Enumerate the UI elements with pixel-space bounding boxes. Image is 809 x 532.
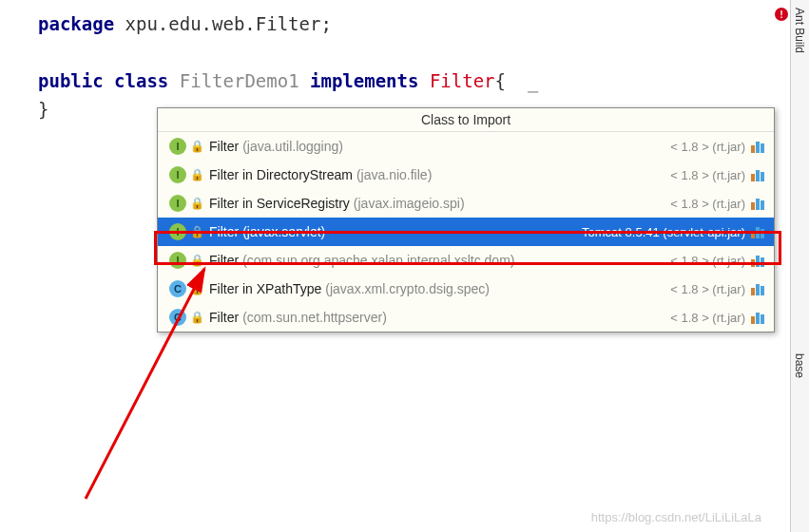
library-icon	[751, 197, 766, 210]
item-name: Filter	[209, 310, 239, 325]
item-detail: (javax.servlet)	[242, 224, 325, 239]
popup-list: I 🔒 Filter (java.util.logging) < 1.8 > (…	[158, 132, 774, 332]
item-main: Filter (javax.servlet)	[209, 224, 582, 239]
keyword-public: public	[38, 70, 104, 91]
lock-icon: 🔒	[190, 140, 204, 153]
item-main: Filter (com.sun.net.httpserver)	[209, 310, 670, 325]
item-right: < 1.8 > (rt.jar)	[670, 311, 745, 325]
code-line-class: public class FilterDemo1 implements Filt…	[38, 66, 809, 95]
toolwindow-tab-base[interactable]: base	[791, 346, 808, 386]
package-name: xpu.edu.web.Filter	[125, 13, 321, 34]
item-right: < 1.8 > (rt.jar)	[670, 197, 745, 211]
close-brace: }	[38, 99, 48, 120]
interface-icon: I	[169, 252, 186, 269]
interface-name-error: Filter	[430, 70, 495, 91]
item-right: < 1.8 > (rt.jar)	[670, 140, 745, 154]
icon-group: I 🔒	[162, 252, 209, 269]
code-line-package: package xpu.edu.web.Filter;	[38, 10, 809, 38]
popup-item[interactable]: I 🔒 Filter in ServiceRegistry (javax.ima…	[158, 189, 774, 218]
class-icon: C	[169, 280, 186, 297]
lock-icon: 🔒	[190, 254, 204, 267]
lock-icon: 🔒	[190, 311, 204, 324]
item-main: Filter (com.sun.org.apache.xalan.interna…	[209, 253, 670, 268]
library-icon	[751, 225, 766, 238]
icon-group: C 🔒	[162, 309, 209, 326]
icon-group: I 🔒	[162, 166, 209, 183]
library-icon	[751, 282, 766, 295]
code-line-blank	[38, 38, 809, 66]
class-icon: C	[169, 309, 186, 326]
library-icon	[751, 311, 766, 324]
cursor: _	[528, 70, 538, 93]
toolwindow-tab-antbuild[interactable]: Ant Build	[791, 0, 808, 61]
interface-icon: I	[169, 223, 186, 240]
popup-item[interactable]: I 🔒 Filter (com.sun.org.apache.xalan.int…	[158, 246, 774, 275]
item-main: Filter in DirectoryStream (java.nio.file…	[209, 167, 670, 182]
popup-item[interactable]: C 🔒 Filter in XPathType (javax.xml.crypt…	[158, 275, 774, 303]
item-detail: (com.sun.net.httpserver)	[242, 310, 387, 325]
item-name: Filter in DirectoryStream	[209, 167, 353, 182]
popup-item[interactable]: C 🔒 Filter (com.sun.net.httpserver) < 1.…	[158, 303, 774, 332]
item-name: Filter in XPathType	[209, 281, 321, 296]
item-main: Filter in ServiceRegistry (javax.imageio…	[209, 196, 670, 211]
item-name: Filter	[209, 253, 239, 268]
interface-icon: I	[169, 166, 186, 183]
lock-icon: 🔒	[190, 197, 204, 210]
keyword-implements: implements	[310, 70, 418, 91]
open-brace: {	[495, 70, 506, 91]
icon-group: I 🔒	[162, 195, 209, 212]
item-detail: (javax.imageio.spi)	[354, 196, 465, 211]
class-name: FilterDemo1	[180, 70, 299, 91]
watermark-text: https://blog.csdn.net/LiLiLiLaLa	[591, 510, 761, 524]
error-indicator-icon[interactable]: !	[775, 8, 788, 21]
keyword-class: class	[114, 70, 168, 91]
item-name: Filter	[209, 139, 239, 154]
item-name: Filter	[209, 224, 239, 239]
semicolon: ;	[320, 13, 331, 34]
library-icon	[751, 254, 766, 267]
icon-group: I 🔒	[162, 223, 209, 240]
item-main: Filter (java.util.logging)	[209, 139, 670, 154]
item-name: Filter in ServiceRegistry	[209, 196, 350, 211]
item-detail: (java.util.logging)	[242, 139, 343, 154]
popup-item[interactable]: I 🔒 Filter (java.util.logging) < 1.8 > (…	[158, 132, 774, 161]
popup-item-selected[interactable]: I 🔒 Filter (javax.servlet) Tomcat 8.5.41…	[158, 218, 774, 246]
icon-group: I 🔒	[162, 138, 209, 155]
item-right: < 1.8 > (rt.jar)	[670, 254, 745, 268]
icon-group: C 🔒	[162, 280, 209, 297]
lock-icon: 🔒	[190, 282, 204, 295]
item-right: Tomcat 8.5.41 (servlet-api.jar)	[582, 225, 745, 239]
popup-item[interactable]: I 🔒 Filter in DirectoryStream (java.nio.…	[158, 161, 774, 189]
keyword-package: package	[38, 13, 114, 34]
interface-icon: I	[169, 195, 186, 212]
interface-icon: I	[169, 138, 186, 155]
popup-title: Class to Import	[158, 108, 774, 132]
right-toolwindow-bar: Ant Build base	[790, 0, 809, 532]
item-detail: (javax.xml.crypto.dsig.spec)	[325, 281, 490, 296]
library-icon	[751, 140, 766, 153]
import-popup: Class to Import I 🔒 Filter (java.util.lo…	[157, 107, 775, 332]
library-icon	[751, 168, 766, 181]
item-detail: (com.sun.org.apache.xalan.internal.xsltc…	[242, 253, 514, 268]
item-main: Filter in XPathType (javax.xml.crypto.ds…	[209, 281, 670, 296]
lock-icon: 🔒	[190, 225, 204, 238]
item-right: < 1.8 > (rt.jar)	[670, 168, 745, 182]
lock-icon: 🔒	[190, 168, 204, 181]
item-right: < 1.8 > (rt.jar)	[670, 282, 745, 296]
item-detail: (java.nio.file)	[356, 167, 432, 182]
